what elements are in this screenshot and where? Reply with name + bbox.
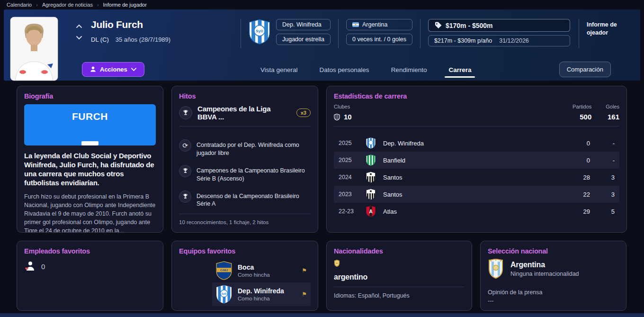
compare-button[interactable]: Comparación	[559, 62, 611, 77]
tab-bar: Vista general Datos personales Rendimien…	[260, 61, 471, 81]
divider	[334, 126, 619, 127]
trophy-icon	[179, 106, 192, 119]
fav-teams-card: Equipos favoritos CABJ Boca Como hincha …	[171, 241, 318, 311]
person-icon	[90, 66, 96, 72]
milestone-label: Contratado por el Dep. Winifreda como ju…	[197, 139, 311, 157]
row-club: Banfield	[383, 157, 405, 164]
divider	[179, 214, 311, 214]
actions-button[interactable]: Acciones	[82, 62, 144, 77]
career-stats-header: Clubes 10 Partidos 500 Goles 161	[334, 104, 619, 121]
value-section: $170m - $500m $217m - $309m p/año 31/12/…	[420, 19, 570, 48]
table-row[interactable]: 2023 Santos 22 3	[334, 186, 619, 203]
row-apps: 0	[562, 157, 590, 164]
table-row[interactable]: 2024 Santos 28 3	[334, 169, 619, 186]
svg-text:A: A	[369, 209, 372, 214]
row-club: Santos	[383, 191, 402, 198]
favourite-flag-icon: ⚑	[302, 291, 307, 298]
apps-label: Partidos	[572, 104, 591, 109]
milestone-label: Descenso de la Campeonato Brasileiro Sér…	[197, 190, 311, 208]
milestones-footer: 10 reconocimientos, 1 fichaje, 2 hitos	[179, 208, 311, 226]
biography-title: Biografía	[24, 92, 156, 100]
table-row[interactable]: 22-23 A Atlas 29 5	[334, 203, 619, 220]
chevron-down-icon	[131, 68, 136, 71]
clubs-count: 10	[344, 113, 352, 121]
row-club: Atlas	[383, 208, 397, 215]
career-table: 2025 Dep. Winifreda 0 - 2025 Banfield 0 …	[334, 135, 619, 220]
national-team-name: Argentina	[510, 261, 579, 269]
fav-teams-title: Equipos favoritos	[179, 247, 311, 255]
breadcrumb-calendario[interactable]: Calendario	[7, 2, 32, 8]
divider	[334, 287, 465, 287]
milestones-card: Hitos Campeones de la Liga BBVA ... x3 ⟳…	[171, 86, 318, 233]
fav-staff-count: 0	[41, 263, 45, 271]
page-title: Julio Furch	[91, 19, 233, 30]
club-crest-banfield	[366, 154, 376, 166]
wage-value: $217m - $309m p/año	[434, 37, 492, 44]
press-opinion-label: Opinión de la prensa	[488, 289, 619, 296]
afa-crest-icon	[488, 259, 504, 279]
team-name: Dep. Winifreda	[238, 287, 284, 295]
tab-carrera[interactable]: Carrera	[448, 61, 471, 81]
club-crest-winifreda	[366, 137, 376, 149]
fav-staff-card: Empleados favoritos 0	[17, 241, 163, 311]
club-crest-santos	[366, 171, 376, 183]
breadcrumb-agregador[interactable]: Agregador de noticias	[42, 2, 93, 8]
clubs-label: Clubes	[334, 104, 352, 109]
row-goals: 3	[590, 174, 615, 181]
row-year: 22-23	[339, 208, 366, 215]
biography-card: Biografía FURCH La leyenda del Club Soci…	[17, 86, 163, 233]
club-name-pill[interactable]: Dep. Winifreda	[276, 19, 331, 30]
career-stats-card: Estadísticas de carrera Clubes 10 Partid…	[326, 86, 627, 233]
club-crest-winifreda: SyD	[216, 285, 232, 304]
banner-dash	[81, 141, 98, 145]
biography-body: Furch hizo su debut profesional en la Pr…	[24, 192, 156, 233]
nation-pill[interactable]: Argentina	[346, 19, 412, 30]
row-apps: 28	[562, 174, 590, 181]
trophy-icon	[179, 165, 191, 177]
tab-rendimiento[interactable]: Rendimiento	[391, 61, 427, 81]
goals-label: Goles	[606, 104, 619, 109]
tab-vista-general[interactable]: Vista general	[260, 61, 298, 81]
club-crest-winifreda: SyD	[249, 19, 270, 45]
transfer-value-pill: $170m - $500m	[428, 19, 570, 32]
table-row[interactable]: 2025 Dep. Winifreda 0 -	[334, 135, 619, 152]
caps-pill: 0 veces int. / 0 goles	[346, 34, 412, 45]
milestones-summary: 10 reconocimientos, 1 fichaje, 2 hitos	[179, 219, 311, 226]
milestone-item: Descenso de la Campeonato Brasileiro Sér…	[179, 190, 311, 208]
row-apps: 0	[562, 140, 590, 147]
nation-section: Argentina 0 veces int. / 0 goles	[338, 19, 412, 48]
tab-datos-personales[interactable]: Datos personales	[320, 61, 369, 81]
goals-total: 161	[608, 113, 619, 121]
milestones-title: Hitos	[179, 92, 311, 100]
table-row[interactable]: 2025 Banfield 0 -	[334, 152, 619, 169]
featured-milestone[interactable]: Campeones de la Liga BBVA ... x3	[179, 105, 311, 121]
list-item[interactable]: SyD Dep. Winifreda Como hincha ⚑	[212, 282, 311, 306]
languages: Idiomas: Español, Portugués	[334, 292, 465, 299]
scout-report-label: Informe de ojeador	[579, 19, 622, 48]
biography-lead: La leyenda del Club Social y Deportivo W…	[24, 152, 156, 188]
club-crest-boca: CABJ	[216, 261, 232, 280]
national-team-title: Selección nacional	[488, 247, 619, 255]
apps-total: 500	[580, 113, 591, 121]
player-status-pill: Jugador estrella	[276, 34, 331, 45]
list-item[interactable]: CABJ Boca Como hincha ⚑	[212, 259, 311, 282]
svg-text:CABJ: CABJ	[220, 269, 228, 272]
club-crest-atlas: A	[366, 205, 376, 217]
national-team-card: Selección nacional Argentina Ninguna int…	[480, 241, 626, 311]
chevron-down-icon[interactable]	[74, 34, 84, 41]
career-stats-title: Estadísticas de carrera	[334, 92, 619, 100]
price-tag-icon	[434, 21, 442, 29]
svg-text:SyD: SyD	[256, 29, 263, 33]
team-relation: Como hincha	[238, 296, 284, 301]
chevron-right-icon: ›	[36, 2, 38, 8]
bottom-bar	[0, 313, 644, 317]
nationalities-title: Nacionalidades	[334, 247, 465, 255]
milestone-item: ⟳ Contratado por el Dep. Winifreda como …	[179, 139, 311, 157]
team-name: Boca	[238, 263, 270, 271]
chevron-up-icon[interactable]	[74, 23, 84, 29]
featured-milestone-label: Campeones de la Liga BBVA ...	[197, 105, 291, 121]
breadcrumb: Calendario › Agregador de noticias › Inf…	[0, 0, 644, 9]
row-year: 2023	[339, 191, 366, 198]
chevron-right-icon: ›	[97, 2, 99, 8]
team-relation: Como hincha	[238, 272, 270, 278]
